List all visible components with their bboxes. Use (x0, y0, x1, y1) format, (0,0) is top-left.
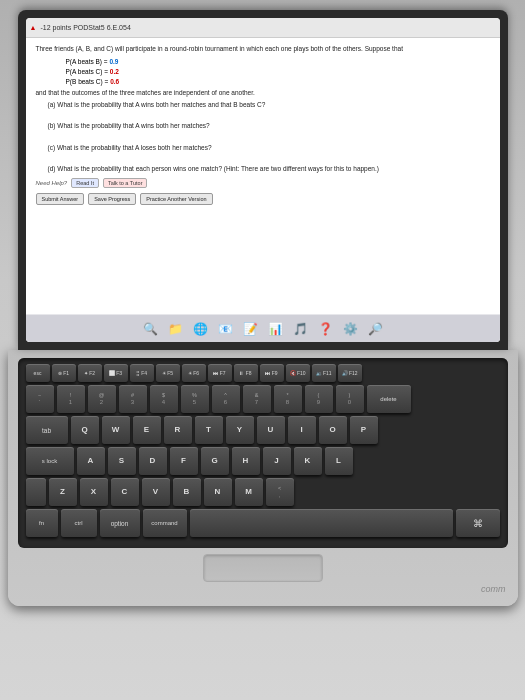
key-option[interactable]: option (100, 509, 140, 537)
dock-icon-finder[interactable]: 🔍 (139, 318, 161, 340)
key-t[interactable]: T (195, 416, 223, 444)
key-f4[interactable]: ⣿ F4 (130, 364, 154, 382)
dock-icon-help[interactable]: ❓ (314, 318, 336, 340)
action-row: Submit Answer Save Progress Practice Ano… (36, 193, 490, 205)
key-f8[interactable]: ⏸ F8 (234, 364, 258, 382)
key-p[interactable]: P (350, 416, 378, 444)
key-j[interactable]: J (263, 447, 291, 475)
key-l[interactable]: L (325, 447, 353, 475)
submit-answer-button[interactable]: Submit Answer (36, 193, 85, 205)
key-backtick[interactable]: ~` (26, 385, 54, 413)
key-command-right[interactable]: ⌘ (456, 509, 500, 537)
prob-a-beats-c: P(A beats C) = 0.2 (66, 67, 490, 77)
keyboard: esc ⊗ F1 ✦ F2 ⬜ F3 ⣿ F4 ☀ F5 ☀ F6 ⏮ F7 ⏸… (18, 358, 508, 548)
key-6[interactable]: ^6 (212, 385, 240, 413)
key-f11[interactable]: 🔉 F11 (312, 364, 336, 382)
number-key-row: ~` !1 @2 #3 $4 %5 ^6 &7 *8 (9 )0 delete (26, 385, 500, 413)
val-b-beats-c: 0.6 (110, 78, 119, 85)
key-n[interactable]: N (204, 478, 232, 506)
save-progress-button[interactable]: Save Progress (88, 193, 136, 205)
help-row: Need Help? Read It Talk to a Tutor (36, 178, 490, 188)
screen-bezel: ▲ -12 points PODStat5 6.E.054 Three frie… (26, 18, 500, 342)
key-spacebar[interactable] (190, 509, 453, 537)
need-help-label: Need Help? (36, 180, 68, 186)
dock: 🔍 📁 🌐 📧 📝 📊 🎵 ❓ ⚙️ 🔎 (26, 314, 500, 342)
question-d: (d) What is the probability that each pe… (48, 164, 490, 173)
key-d[interactable]: D (139, 447, 167, 475)
key-e[interactable]: E (133, 416, 161, 444)
key-comma[interactable]: <, (266, 478, 294, 506)
key-f6[interactable]: ☀ F6 (182, 364, 206, 382)
key-c[interactable]: C (111, 478, 139, 506)
key-tab[interactable]: tab (26, 416, 68, 444)
key-b[interactable]: B (173, 478, 201, 506)
key-7[interactable]: &7 (243, 385, 271, 413)
key-shift-left[interactable] (26, 478, 46, 506)
question-a: (a) What is the probability that A wins … (48, 100, 490, 109)
key-4[interactable]: $4 (150, 385, 178, 413)
key-u[interactable]: U (257, 416, 285, 444)
key-i[interactable]: I (288, 416, 316, 444)
key-a[interactable]: A (77, 447, 105, 475)
key-delete[interactable]: delete (367, 385, 411, 413)
key-2[interactable]: @2 (88, 385, 116, 413)
key-f2[interactable]: ✦ F2 (78, 364, 102, 382)
key-q[interactable]: Q (71, 416, 99, 444)
key-1[interactable]: !1 (57, 385, 85, 413)
practice-another-button[interactable]: Practice Another Version (140, 193, 212, 205)
key-f10[interactable]: 🔇 F10 (286, 364, 310, 382)
dock-icon-settings[interactable]: ⚙️ (339, 318, 361, 340)
prob-values: P(A beats B) = 0.9 P(A beats C) = 0.2 P(… (66, 57, 490, 86)
question-c: (c) What is the probability that A loses… (48, 143, 490, 152)
dock-icon-chart[interactable]: 📊 (264, 318, 286, 340)
key-fn[interactable]: fn (26, 509, 58, 537)
talk-to-tutor-button[interactable]: Talk to a Tutor (103, 178, 148, 188)
key-f3[interactable]: ⬜ F3 (104, 364, 128, 382)
dock-icon-finder2[interactable]: 🔎 (364, 318, 386, 340)
screen-content: ▲ -12 points PODStat5 6.E.054 Three frie… (26, 18, 500, 342)
key-3[interactable]: #3 (119, 385, 147, 413)
dock-icon-mail[interactable]: 📧 (214, 318, 236, 340)
key-8[interactable]: *8 (274, 385, 302, 413)
key-w[interactable]: W (102, 416, 130, 444)
key-f1[interactable]: ⊗ F1 (52, 364, 76, 382)
bottom-key-row: fn ctrl option command ⌘ (26, 509, 500, 537)
key-y[interactable]: Y (226, 416, 254, 444)
dock-icon-folder[interactable]: 📁 (164, 318, 186, 340)
dock-icon-browser[interactable]: 🌐 (189, 318, 211, 340)
key-f7[interactable]: ⏮ F7 (208, 364, 232, 382)
taskbar-problem-id: PODStat5 6.E.054 (73, 24, 131, 31)
key-m[interactable]: M (235, 478, 263, 506)
key-5[interactable]: %5 (181, 385, 209, 413)
key-ctrl[interactable]: ctrl (61, 509, 97, 537)
comm-partial-text: comm (481, 584, 506, 594)
qwerty-key-row: tab Q W E R T Y U I O P (26, 416, 500, 444)
key-command-left[interactable]: command (143, 509, 187, 537)
touchpad[interactable] (203, 554, 323, 582)
key-h[interactable]: H (232, 447, 260, 475)
key-f9[interactable]: ⏭ F9 (260, 364, 284, 382)
key-0[interactable]: )0 (336, 385, 364, 413)
key-f[interactable]: F (170, 447, 198, 475)
key-f12[interactable]: 🔊 F12 (338, 364, 362, 382)
doc-area: Three friends (A, B, and C) will partici… (26, 38, 500, 342)
keyboard-base: esc ⊗ F1 ✦ F2 ⬜ F3 ⣿ F4 ☀ F5 ☀ F6 ⏮ F7 ⏸… (8, 350, 518, 606)
dock-icon-music[interactable]: 🎵 (289, 318, 311, 340)
key-x[interactable]: X (80, 478, 108, 506)
key-esc[interactable]: esc (26, 364, 50, 382)
key-v[interactable]: V (142, 478, 170, 506)
key-caps-lock[interactable]: s lock (26, 447, 74, 475)
key-f5[interactable]: ☀ F5 (156, 364, 180, 382)
key-r[interactable]: R (164, 416, 192, 444)
key-k[interactable]: K (294, 447, 322, 475)
dock-icon-notes[interactable]: 📝 (239, 318, 261, 340)
key-g[interactable]: G (201, 447, 229, 475)
key-o[interactable]: O (319, 416, 347, 444)
touchpad-area (18, 554, 508, 582)
key-s[interactable]: S (108, 447, 136, 475)
key-z[interactable]: Z (49, 478, 77, 506)
key-9[interactable]: (9 (305, 385, 333, 413)
read-it-button[interactable]: Read It (71, 178, 99, 188)
asdf-key-row: s lock A S D F G H J K L (26, 447, 500, 475)
prob-b-beats-c: P(B beats C) = 0.6 (66, 77, 490, 87)
